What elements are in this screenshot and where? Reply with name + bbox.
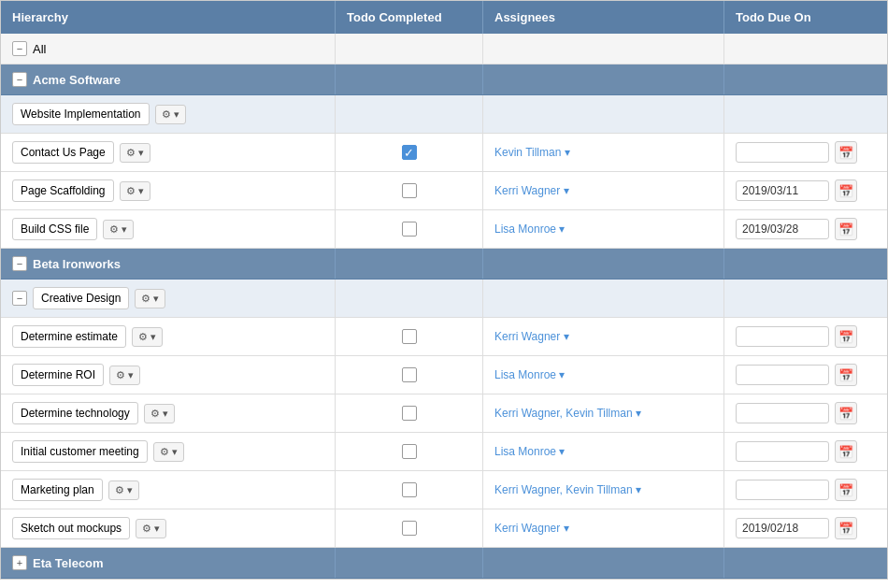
build-css-gear-button[interactable]: ⚙ ▾	[103, 220, 134, 239]
marketing-todo-col	[336, 471, 483, 509]
sketch-hierarchy-col: Sketch out mockups ⚙ ▾	[1, 509, 336, 547]
acme-hierarchy-col: − Acme Software	[1, 65, 336, 94]
website-gear-button[interactable]: ⚙ ▾	[155, 105, 186, 124]
technology-date-input[interactable]	[736, 403, 829, 423]
roi-label: Determine ROI	[12, 364, 104, 386]
eta-due-col	[724, 548, 888, 578]
sketch-calendar-icon[interactable]: 📅	[835, 517, 857, 539]
marketing-calendar-icon[interactable]: 📅	[835, 479, 857, 501]
scaffolding-row: Page Scaffolding ⚙ ▾ Kerri Wagner ▾ 📅	[1, 172, 887, 210]
roi-hierarchy-col: Determine ROI ⚙ ▾	[1, 356, 336, 394]
build-css-calendar-icon[interactable]: 📅	[835, 218, 857, 240]
beta-section-header: − Beta Ironworks	[1, 249, 887, 280]
scaffolding-assignee[interactable]: Kerri Wagner ▾	[494, 184, 569, 197]
all-collapse-icon[interactable]: −	[12, 41, 27, 56]
contact-date-input[interactable]	[736, 142, 829, 163]
scaffolding-date-input[interactable]	[736, 180, 829, 201]
eta-assignees-col	[483, 548, 724, 578]
beta-collapse-icon[interactable]: −	[12, 256, 27, 271]
all-hierarchy-col: − All	[1, 34, 336, 64]
sketch-assignees-col: Kerri Wagner ▾	[483, 509, 724, 547]
estimate-due-col: 📅	[724, 318, 888, 355]
technology-label: Determine technology	[12, 402, 138, 424]
sketch-assignee[interactable]: Kerri Wagner ▾	[494, 522, 569, 535]
marketing-hierarchy-col: Marketing plan ⚙ ▾	[1, 471, 336, 509]
build-css-due-col: 📅	[724, 210, 888, 248]
header-hierarchy: Hierarchy	[1, 1, 336, 34]
marketing-assignees-col: Kerri Wagner, Kevin Tillman ▾	[483, 471, 724, 509]
creative-hierarchy-col: − Creative Design ⚙ ▾	[1, 280, 336, 317]
estimate-assignee[interactable]: Kerri Wagner ▾	[494, 330, 569, 343]
roi-gear-button[interactable]: ⚙ ▾	[109, 366, 140, 385]
marketing-label: Marketing plan	[12, 479, 103, 501]
technology-checkbox[interactable]	[402, 406, 417, 421]
customer-gear-button[interactable]: ⚙ ▾	[153, 442, 184, 462]
technology-gear-button[interactable]: ⚙ ▾	[144, 404, 175, 423]
acme-label: Acme Software	[33, 73, 121, 87]
contact-assignees-col: Kevin Tillman ▾	[483, 134, 724, 171]
eta-section-header: + Eta Telecom	[1, 548, 887, 579]
creative-due-col	[724, 280, 888, 317]
marketing-date-input[interactable]	[736, 480, 829, 500]
beta-due-col	[724, 249, 888, 279]
header-assignees: Assignees	[483, 1, 724, 34]
contact-hierarchy-col: Contact Us Page ⚙ ▾	[1, 134, 336, 171]
customer-assignee[interactable]: Lisa Monroe ▾	[494, 445, 565, 458]
sketch-checkbox[interactable]	[402, 521, 417, 536]
build-css-date-input[interactable]	[736, 219, 829, 239]
all-todo-col	[336, 34, 483, 64]
acme-section-header: − Acme Software	[1, 65, 887, 95]
eta-expand-icon[interactable]: +	[12, 555, 27, 570]
contact-gear-button[interactable]: ⚙ ▾	[120, 143, 150, 163]
build-css-row: Build CSS file ⚙ ▾ Lisa Monroe ▾ 📅	[1, 210, 887, 249]
customer-label: Initial customer meeting	[12, 440, 148, 463]
roi-date-input[interactable]	[736, 365, 829, 385]
build-css-assignee[interactable]: Lisa Monroe ▾	[494, 222, 565, 236]
contact-calendar-icon[interactable]: 📅	[835, 141, 857, 164]
customer-checkbox[interactable]	[402, 444, 417, 459]
eta-todo-col	[336, 548, 483, 578]
roi-assignees-col: Lisa Monroe ▾	[483, 356, 724, 394]
estimate-gear-button[interactable]: ⚙ ▾	[132, 327, 163, 347]
creative-todo-col	[336, 280, 483, 317]
acme-due-col	[724, 65, 888, 94]
roi-due-col: 📅	[724, 356, 888, 394]
acme-collapse-icon[interactable]: −	[12, 72, 27, 87]
marketing-checkbox[interactable]	[402, 482, 417, 497]
scaffolding-gear-button[interactable]: ⚙ ▾	[120, 181, 150, 201]
marketing-assignee[interactable]: Kerri Wagner, Kevin Tillman ▾	[494, 483, 641, 496]
scaffolding-due-col: 📅	[724, 172, 888, 209]
technology-todo-col	[336, 394, 483, 432]
scaffolding-label: Page Scaffolding	[12, 179, 114, 202]
sketch-label: Sketch out mockups	[12, 517, 130, 539]
technology-assignee[interactable]: Kerri Wagner, Kevin Tillman ▾	[494, 407, 641, 420]
main-table: Hierarchy Todo Completed Assignees Todo …	[0, 0, 888, 580]
roi-calendar-icon[interactable]: 📅	[835, 364, 857, 386]
estimate-hierarchy-col: Determine estimate ⚙ ▾	[1, 318, 336, 355]
creative-label: Creative Design	[33, 287, 129, 309]
sketch-gear-button[interactable]: ⚙ ▾	[136, 519, 166, 538]
creative-row: − Creative Design ⚙ ▾	[1, 280, 887, 318]
creative-collapse-icon[interactable]: −	[12, 291, 27, 306]
creative-gear-button[interactable]: ⚙ ▾	[135, 289, 165, 308]
header-todo-completed: Todo Completed	[336, 1, 483, 34]
contact-due-col: 📅	[724, 134, 888, 171]
roi-checkbox[interactable]	[402, 367, 417, 382]
beta-todo-col	[336, 249, 483, 279]
contact-row: Contact Us Page ⚙ ▾ ✓ Kevin Tillman ▾ 📅	[1, 134, 887, 172]
estimate-checkbox[interactable]	[402, 329, 417, 344]
marketing-gear-button[interactable]: ⚙ ▾	[108, 480, 139, 500]
contact-assignee[interactable]: Kevin Tillman ▾	[494, 146, 570, 159]
build-css-checkbox[interactable]	[402, 222, 417, 237]
technology-calendar-icon[interactable]: 📅	[835, 402, 857, 424]
customer-date-input[interactable]	[736, 441, 829, 462]
estimate-calendar-icon[interactable]: 📅	[835, 325, 857, 348]
scaffolding-calendar-icon[interactable]: 📅	[835, 179, 857, 202]
roi-assignee[interactable]: Lisa Monroe ▾	[494, 368, 565, 381]
customer-calendar-icon[interactable]: 📅	[835, 440, 857, 463]
sketch-date-input[interactable]	[736, 518, 829, 538]
estimate-date-input[interactable]	[736, 326, 829, 347]
table-header: Hierarchy Todo Completed Assignees Todo …	[1, 1, 887, 34]
scaffolding-checkbox[interactable]	[402, 183, 417, 198]
contact-checkbox[interactable]: ✓	[402, 145, 417, 160]
